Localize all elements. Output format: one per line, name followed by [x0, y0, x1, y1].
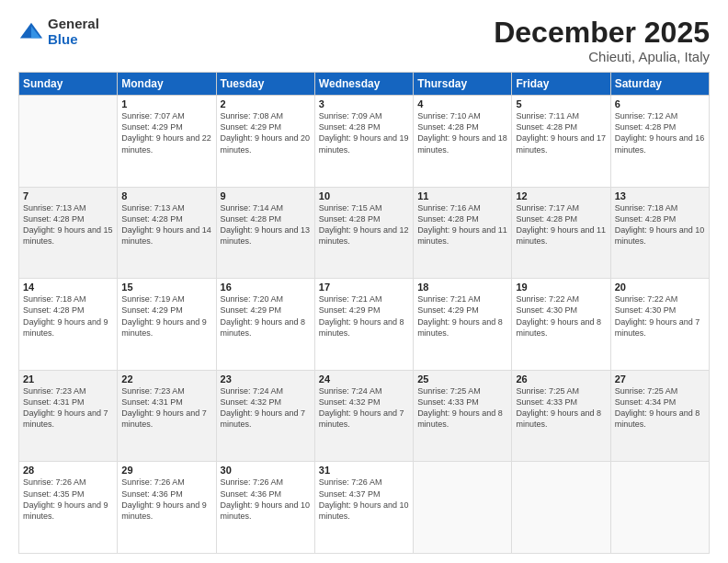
cell-day-number: 25: [417, 373, 507, 385]
cell-info: Sunrise: 7:10 AMSunset: 4:28 PMDaylight:…: [417, 110, 507, 155]
cell-day-number: 23: [221, 373, 311, 385]
table-row: 30 Sunrise: 7:26 AMSunset: 4:36 PMDaylig…: [216, 462, 314, 554]
cell-day-number: 21: [23, 373, 113, 385]
cell-info: Sunrise: 7:15 AMSunset: 4:28 PMDaylight:…: [319, 202, 409, 247]
cell-info: Sunrise: 7:14 AMSunset: 4:28 PMDaylight:…: [221, 202, 311, 247]
cell-day-number: 11: [417, 190, 507, 201]
table-row: 8 Sunrise: 7:13 AMSunset: 4:28 PMDayligh…: [118, 187, 216, 279]
header-saturday: Saturday: [610, 73, 709, 96]
table-row: 6 Sunrise: 7:12 AMSunset: 4:28 PMDayligh…: [610, 96, 709, 188]
table-row: [512, 462, 610, 554]
cell-day-number: 9: [221, 190, 311, 201]
cell-day-number: 7: [23, 190, 113, 201]
cell-info: Sunrise: 7:21 AMSunset: 4:29 PMDaylight:…: [417, 293, 507, 339]
cell-info: Sunrise: 7:24 AMSunset: 4:32 PMDaylight:…: [221, 385, 311, 431]
table-row: [414, 462, 512, 554]
table-row: 26 Sunrise: 7:25 AMSunset: 4:33 PMDaylig…: [512, 370, 610, 462]
table-row: 27 Sunrise: 7:25 AMSunset: 4:34 PMDaylig…: [610, 370, 709, 462]
cell-info: Sunrise: 7:24 AMSunset: 4:32 PMDaylight:…: [319, 385, 409, 431]
table-row: 22 Sunrise: 7:23 AMSunset: 4:31 PMDaylig…: [118, 370, 216, 462]
table-row: 25 Sunrise: 7:25 AMSunset: 4:33 PMDaylig…: [414, 370, 512, 462]
calendar-week-row: 21 Sunrise: 7:23 AMSunset: 4:31 PMDaylig…: [19, 370, 710, 462]
table-row: 17 Sunrise: 7:21 AMSunset: 4:29 PMDaylig…: [314, 279, 413, 371]
table-row: 21 Sunrise: 7:23 AMSunset: 4:31 PMDaylig…: [19, 370, 118, 462]
logo: General Blue: [18, 17, 99, 47]
cell-day-number: 8: [121, 190, 211, 201]
cell-info: Sunrise: 7:17 AMSunset: 4:28 PMDaylight:…: [516, 202, 606, 247]
cell-info: Sunrise: 7:07 AMSunset: 4:29 PMDaylight:…: [121, 110, 211, 155]
cell-info: Sunrise: 7:08 AMSunset: 4:29 PMDaylight:…: [221, 110, 311, 155]
cell-day-number: 3: [319, 98, 409, 109]
cell-info: Sunrise: 7:16 AMSunset: 4:28 PMDaylight:…: [417, 202, 507, 247]
cell-info: Sunrise: 7:22 AMSunset: 4:30 PMDaylight:…: [516, 293, 606, 339]
cell-info: Sunrise: 7:21 AMSunset: 4:29 PMDaylight:…: [319, 293, 409, 339]
cell-info: Sunrise: 7:26 AMSunset: 4:35 PMDaylight:…: [23, 477, 113, 522]
cell-info: Sunrise: 7:18 AMSunset: 4:28 PMDaylight:…: [23, 293, 113, 339]
cell-day-number: 31: [319, 465, 409, 476]
table-row: 4 Sunrise: 7:10 AMSunset: 4:28 PMDayligh…: [414, 96, 512, 188]
cell-info: Sunrise: 7:26 AMSunset: 4:37 PMDaylight:…: [319, 477, 409, 522]
table-row: 1 Sunrise: 7:07 AMSunset: 4:29 PMDayligh…: [118, 96, 216, 188]
cell-day-number: 28: [23, 465, 113, 476]
table-row: [19, 96, 118, 188]
cell-info: Sunrise: 7:11 AMSunset: 4:28 PMDaylight:…: [516, 110, 606, 155]
header-monday: Monday: [118, 73, 216, 96]
cell-info: Sunrise: 7:23 AMSunset: 4:31 PMDaylight:…: [121, 385, 211, 431]
header-thursday: Thursday: [414, 73, 512, 96]
cell-info: Sunrise: 7:13 AMSunset: 4:28 PMDaylight:…: [121, 202, 211, 247]
cell-info: Sunrise: 7:25 AMSunset: 4:34 PMDaylight:…: [615, 385, 705, 431]
cell-day-number: 2: [221, 98, 311, 109]
header-sunday: Sunday: [19, 73, 118, 96]
calendar-week-row: 28 Sunrise: 7:26 AMSunset: 4:35 PMDaylig…: [19, 462, 710, 554]
table-row: 23 Sunrise: 7:24 AMSunset: 4:32 PMDaylig…: [216, 370, 314, 462]
cell-info: Sunrise: 7:26 AMSunset: 4:36 PMDaylight:…: [221, 477, 311, 522]
logo-icon: [18, 19, 44, 45]
table-row: 31 Sunrise: 7:26 AMSunset: 4:37 PMDaylig…: [314, 462, 413, 554]
cell-day-number: 5: [516, 98, 606, 109]
calendar-table: Sunday Monday Tuesday Wednesday Thursday…: [18, 72, 710, 554]
header-friday: Friday: [512, 73, 610, 96]
cell-info: Sunrise: 7:20 AMSunset: 4:29 PMDaylight:…: [221, 293, 311, 339]
table-row: 7 Sunrise: 7:13 AMSunset: 4:28 PMDayligh…: [19, 187, 118, 279]
table-row: 10 Sunrise: 7:15 AMSunset: 4:28 PMDaylig…: [314, 187, 413, 279]
location-title: Chieuti, Apulia, Italy: [494, 49, 710, 64]
cell-day-number: 14: [23, 282, 113, 293]
table-row: 18 Sunrise: 7:21 AMSunset: 4:29 PMDaylig…: [414, 279, 512, 371]
cell-day-number: 20: [615, 282, 705, 293]
table-row: [610, 462, 709, 554]
cell-info: Sunrise: 7:26 AMSunset: 4:36 PMDaylight:…: [121, 477, 211, 522]
cell-day-number: 16: [221, 282, 311, 293]
cell-info: Sunrise: 7:13 AMSunset: 4:28 PMDaylight:…: [23, 202, 113, 247]
logo-general-text: General: [48, 17, 99, 32]
cell-day-number: 24: [319, 373, 409, 385]
cell-day-number: 27: [615, 373, 705, 385]
table-row: 12 Sunrise: 7:17 AMSunset: 4:28 PMDaylig…: [512, 187, 610, 279]
cell-day-number: 15: [121, 282, 211, 293]
calendar-week-row: 1 Sunrise: 7:07 AMSunset: 4:29 PMDayligh…: [19, 96, 710, 188]
table-row: 11 Sunrise: 7:16 AMSunset: 4:28 PMDaylig…: [414, 187, 512, 279]
cell-info: Sunrise: 7:09 AMSunset: 4:28 PMDaylight:…: [319, 110, 409, 155]
table-row: 5 Sunrise: 7:11 AMSunset: 4:28 PMDayligh…: [512, 96, 610, 188]
table-row: 15 Sunrise: 7:19 AMSunset: 4:29 PMDaylig…: [118, 279, 216, 371]
cell-day-number: 4: [417, 98, 507, 109]
cell-day-number: 6: [615, 98, 705, 109]
cell-day-number: 30: [221, 465, 311, 476]
table-row: 20 Sunrise: 7:22 AMSunset: 4:30 PMDaylig…: [610, 279, 709, 371]
table-row: 9 Sunrise: 7:14 AMSunset: 4:28 PMDayligh…: [216, 187, 314, 279]
table-row: 3 Sunrise: 7:09 AMSunset: 4:28 PMDayligh…: [314, 96, 413, 188]
cell-day-number: 13: [615, 190, 705, 201]
table-row: 16 Sunrise: 7:20 AMSunset: 4:29 PMDaylig…: [216, 279, 314, 371]
cell-info: Sunrise: 7:25 AMSunset: 4:33 PMDaylight:…: [417, 385, 507, 431]
cell-info: Sunrise: 7:23 AMSunset: 4:31 PMDaylight:…: [23, 385, 113, 431]
cell-info: Sunrise: 7:25 AMSunset: 4:33 PMDaylight:…: [516, 385, 606, 431]
cell-info: Sunrise: 7:12 AMSunset: 4:28 PMDaylight:…: [615, 110, 705, 155]
table-row: 24 Sunrise: 7:24 AMSunset: 4:32 PMDaylig…: [314, 370, 413, 462]
table-row: 2 Sunrise: 7:08 AMSunset: 4:29 PMDayligh…: [216, 96, 314, 188]
cell-day-number: 17: [319, 282, 409, 293]
cell-day-number: 1: [121, 98, 211, 109]
cell-info: Sunrise: 7:18 AMSunset: 4:28 PMDaylight:…: [615, 202, 705, 247]
cell-day-number: 19: [516, 282, 606, 293]
logo-blue-text: Blue: [48, 32, 99, 48]
header-tuesday: Tuesday: [216, 73, 314, 96]
table-row: 14 Sunrise: 7:18 AMSunset: 4:28 PMDaylig…: [19, 279, 118, 371]
